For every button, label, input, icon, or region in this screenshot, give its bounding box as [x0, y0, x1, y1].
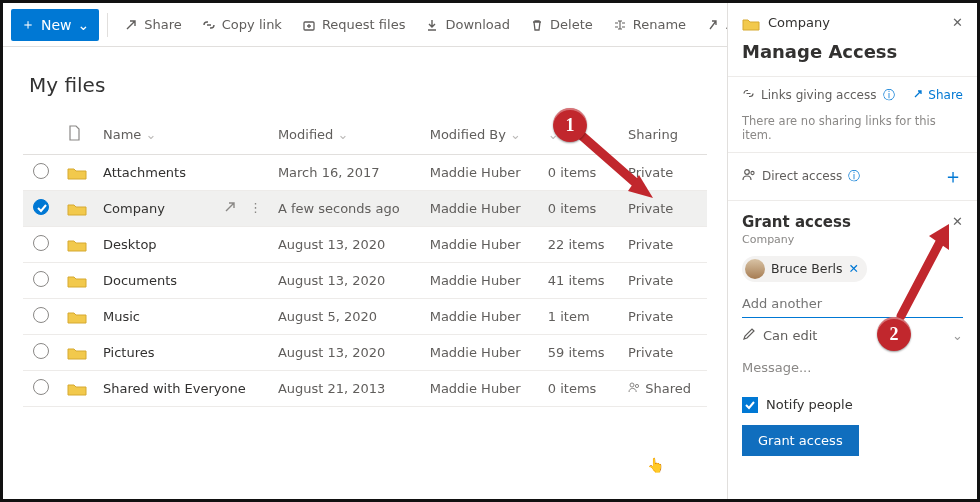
pencil-icon — [742, 328, 755, 344]
info-icon[interactable]: ⓘ — [848, 168, 860, 185]
panel-title: Manage Access — [742, 41, 963, 62]
folder-icon — [67, 273, 87, 288]
share-link[interactable]: Share — [912, 88, 963, 103]
row-modified-by: Maddie Huber — [422, 263, 540, 299]
request-files-command[interactable]: Request files — [294, 11, 414, 38]
row-checkbox[interactable] — [33, 379, 49, 395]
row-sharing: Private — [620, 263, 707, 299]
trash-icon — [530, 18, 544, 32]
separator — [107, 13, 108, 37]
person-name: Bruce Berls — [771, 261, 843, 276]
svg-point-4 — [751, 171, 754, 174]
row-checkbox[interactable] — [33, 343, 49, 359]
callout-badge-2: 2 — [877, 317, 911, 351]
delete-command[interactable]: Delete — [522, 11, 601, 38]
new-button[interactable]: ＋ New ⌄ — [11, 9, 99, 41]
notify-checkbox[interactable] — [742, 397, 758, 413]
permission-selector[interactable]: Can edit ⌄ — [742, 326, 963, 346]
new-label: New — [41, 17, 72, 33]
notify-label: Notify people — [766, 397, 853, 412]
row-modified: A few seconds ago — [270, 191, 422, 227]
table-row[interactable]: Company⋮A few seconds agoMaddie Huber0 i… — [23, 191, 707, 227]
folder-icon — [67, 237, 87, 252]
folder-icon — [67, 165, 87, 180]
plus-icon: ＋ — [21, 16, 35, 34]
svg-point-1 — [630, 383, 634, 387]
row-modified: August 13, 2020 — [270, 335, 422, 371]
table-row[interactable]: DesktopAugust 13, 2020Maddie Huber22 ite… — [23, 227, 707, 263]
table-row[interactable]: AttachmentsMarch 16, 2017Maddie Huber0 i… — [23, 155, 707, 191]
message-input[interactable]: Message... — [742, 360, 963, 375]
row-checkbox[interactable] — [33, 271, 49, 287]
share-label: Share — [928, 88, 963, 102]
automate-icon — [706, 18, 720, 32]
row-name[interactable]: Shared with Everyone — [95, 371, 270, 407]
row-name[interactable]: Company⋮ — [95, 191, 270, 227]
copy-link-command[interactable]: Copy link — [194, 11, 290, 38]
svg-point-3 — [745, 170, 750, 175]
row-size: 0 items — [540, 191, 620, 227]
row-name[interactable]: Documents — [95, 263, 270, 299]
table-row[interactable]: DocumentsAugust 13, 2020Maddie Huber41 i… — [23, 263, 707, 299]
row-checkbox[interactable] — [33, 163, 49, 179]
row-modified: August 13, 2020 — [270, 227, 422, 263]
rename-command[interactable]: Rename — [605, 11, 694, 38]
person-pill[interactable]: Bruce Berls ✕ — [742, 256, 867, 282]
file-icon-header — [67, 129, 81, 144]
col-modified[interactable]: Modified ⌄ — [270, 115, 422, 155]
download-icon — [425, 18, 439, 32]
close-icon[interactable]: ✕ — [952, 214, 963, 229]
request-files-label: Request files — [322, 17, 406, 32]
close-icon[interactable]: ✕ — [952, 15, 963, 30]
share-command[interactable]: Share — [116, 11, 190, 38]
row-size: 41 items — [540, 263, 620, 299]
row-name[interactable]: Desktop — [95, 227, 270, 263]
download-label: Download — [445, 17, 510, 32]
links-section-label: Links giving access — [761, 88, 877, 102]
col-modified-by[interactable]: Modified By ⌄ — [422, 115, 540, 155]
row-checkbox[interactable] — [33, 235, 49, 251]
row-checkbox[interactable] — [33, 199, 49, 215]
main-content: My files Name ⌄ Modified ⌄ Modified By ⌄… — [3, 47, 727, 407]
chevron-down-icon: ⌄ — [952, 328, 963, 343]
grant-access-button[interactable]: Grant access — [742, 425, 859, 456]
copy-link-label: Copy link — [222, 17, 282, 32]
row-sharing: Shared — [620, 371, 707, 407]
row-modified-by: Maddie Huber — [422, 371, 540, 407]
col-name[interactable]: Name ⌄ — [95, 115, 270, 155]
share-icon[interactable] — [223, 200, 237, 217]
grant-title: Grant access — [742, 213, 851, 231]
row-checkbox[interactable] — [33, 307, 49, 323]
add-another-input[interactable] — [742, 290, 963, 318]
add-people-button[interactable]: ＋ — [943, 163, 963, 190]
row-name[interactable]: Pictures — [95, 335, 270, 371]
row-modified: August 13, 2020 — [270, 263, 422, 299]
row-modified: August 21, 2013 — [270, 371, 422, 407]
row-sharing: Private — [620, 191, 707, 227]
folder-icon — [742, 15, 760, 31]
svg-point-2 — [635, 384, 638, 387]
table-row[interactable]: PicturesAugust 13, 2020Maddie Huber59 it… — [23, 335, 707, 371]
remove-person-icon[interactable]: ✕ — [849, 261, 859, 276]
chevron-down-icon: ⌄ — [78, 17, 90, 33]
row-name[interactable]: Music — [95, 299, 270, 335]
row-size: 59 items — [540, 335, 620, 371]
info-icon[interactable]: ⓘ — [883, 87, 895, 104]
rename-label: Rename — [633, 17, 686, 32]
cursor-icon: 👆 — [647, 457, 664, 473]
row-name[interactable]: Attachments — [95, 155, 270, 191]
table-row[interactable]: MusicAugust 5, 2020Maddie Huber1 itemPri… — [23, 299, 707, 335]
callout-badge-1: 1 — [553, 108, 587, 142]
link-icon — [742, 87, 755, 103]
more-icon[interactable]: ⋮ — [249, 200, 262, 217]
row-modified-by: Maddie Huber — [422, 191, 540, 227]
table-row[interactable]: Shared with EveryoneAugust 21, 2013Maddi… — [23, 371, 707, 407]
row-sharing: Private — [620, 227, 707, 263]
folder-icon — [67, 345, 87, 360]
col-sharing[interactable]: Sharing — [620, 115, 707, 155]
download-command[interactable]: Download — [417, 11, 518, 38]
share-icon — [124, 18, 138, 32]
page-title: My files — [29, 73, 707, 97]
rename-icon — [613, 18, 627, 32]
row-size: 0 items — [540, 155, 620, 191]
